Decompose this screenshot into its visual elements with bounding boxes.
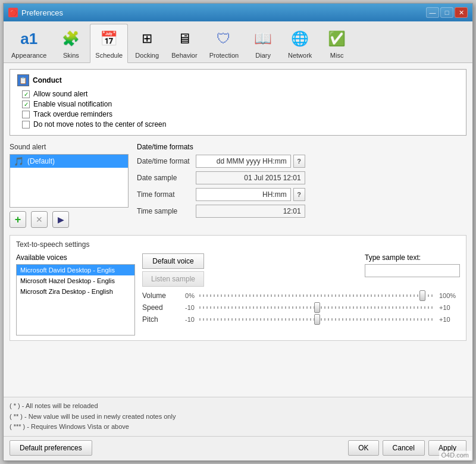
tab-misc[interactable]: ✅ Misc [319, 24, 355, 62]
music-icon: 🎵 [14, 156, 24, 166]
time-sample-input [196, 205, 305, 218]
sound-controls: + ✕ ▶ [10, 211, 129, 228]
volume-label: Volume [142, 291, 172, 300]
pitch-thumb[interactable] [314, 314, 320, 325]
sound-list[interactable]: 🎵 (Default) [10, 154, 129, 208]
pitch-max: +10 [439, 316, 460, 323]
visual-checkbox[interactable]: ✓ [22, 101, 30, 108]
voice-item-2[interactable]: Microsoft Zira Desktop - English [17, 286, 134, 297]
minimize-button[interactable]: — [426, 7, 439, 18]
checkbox-visual[interactable]: ✓ Enable visual notification [22, 100, 459, 108]
add-sound-button[interactable]: + [10, 211, 26, 228]
ok-button[interactable]: OK [348, 440, 378, 456]
checkbox-nocenter[interactable]: Do not move notes to the center of scree… [22, 120, 459, 128]
volume-max: 100% [439, 292, 460, 299]
voices-list[interactable]: Microsoft David Desktop - Englis Microso… [16, 264, 135, 336]
sample-text-section: Type sample text: [365, 253, 460, 277]
conduct-section: 📋 Conduct ✓ Allow sound alert ✓ Enable v… [10, 69, 466, 136]
tts-columns: Available voices Microsoft David Desktop… [16, 253, 460, 336]
conduct-icon: 📋 [17, 74, 29, 86]
datetime-title: Date/time formats [137, 143, 466, 151]
sample-text-input[interactable] [365, 264, 460, 277]
sound-alert-section: Sound alert 🎵 (Default) + ✕ ▶ [10, 143, 129, 228]
visual-label: Enable visual notification [33, 100, 112, 108]
volume-slider-row: Volume 0% 100% [142, 291, 460, 300]
watermark: O4D.com [439, 451, 471, 459]
preferences-window: 🔴 Preferences — □ ✕ a1 Appearance 🧩 Skin… [3, 3, 473, 461]
tts-left: Available voices Microsoft David Desktop… [16, 253, 135, 336]
appearance-label: Appearance [11, 52, 46, 59]
skins-icon: 🧩 [59, 27, 83, 51]
tab-schedule[interactable]: 📅 Schedule [90, 24, 128, 63]
cancel-button[interactable]: Cancel [383, 440, 425, 456]
network-icon: 🌐 [288, 27, 312, 51]
time-format-label: Time format [137, 190, 190, 199]
schedule-label: Schedule [95, 52, 123, 59]
date-sample-row [196, 171, 466, 184]
behavior-label: Behavior [171, 52, 197, 59]
speed-slider[interactable] [199, 306, 434, 309]
overdue-checkbox[interactable] [22, 111, 30, 118]
voice-item-1[interactable]: Microsoft Hazel Desktop - Englis [17, 275, 134, 286]
play-sound-button[interactable]: ▶ [52, 211, 69, 228]
time-format-help[interactable]: ? [293, 188, 305, 201]
listen-sample-button[interactable]: Listen sample [142, 271, 204, 287]
protection-label: Protection [209, 52, 239, 59]
pitch-slider-row: Pitch -10 +10 [142, 315, 460, 324]
footer-notes: ( * ) - All notes will be reloaded ( ** … [4, 397, 472, 436]
date-sample-label: Date sample [137, 174, 190, 182]
time-sample-row [196, 205, 466, 218]
time-format-row: ? [196, 188, 466, 201]
sound-item-default[interactable]: 🎵 (Default) [10, 155, 128, 168]
tab-diary[interactable]: 📖 Diary [245, 24, 281, 62]
pitch-slider[interactable] [199, 318, 434, 321]
time-format-input[interactable] [196, 188, 291, 201]
remove-sound-button[interactable]: ✕ [31, 211, 48, 228]
svg-text:📋: 📋 [19, 76, 27, 84]
speed-max: +10 [439, 304, 460, 311]
titlebar: 🔴 Preferences — □ ✕ [4, 4, 472, 21]
voice-item-0[interactable]: Microsoft David Desktop - Englis [17, 265, 134, 275]
tab-network[interactable]: 🌐 Network [282, 24, 318, 62]
diary-label: Diary [255, 52, 271, 59]
close-button[interactable]: ✕ [455, 7, 468, 18]
sound-alert-label: Sound alert [10, 143, 129, 151]
volume-slider[interactable] [199, 294, 434, 297]
network-label: Network [288, 52, 312, 59]
nocenter-checkbox[interactable] [22, 121, 30, 128]
default-preferences-button[interactable]: Default preferences [10, 440, 92, 456]
default-voice-button[interactable]: Default voice [142, 253, 204, 269]
tab-docking[interactable]: ⊞ Docking [129, 24, 165, 62]
footer-buttons: Default preferences OK Cancel Apply [4, 436, 472, 460]
volume-min: 0% [177, 292, 195, 299]
tab-skins[interactable]: 🧩 Skins [53, 24, 89, 62]
two-col-section: Sound alert 🎵 (Default) + ✕ ▶ Date/time … [10, 143, 466, 228]
nocenter-label: Do not move notes to the center of scree… [33, 120, 166, 128]
speed-min: -10 [177, 304, 195, 311]
titlebar-controls: — □ ✕ [426, 7, 468, 18]
checkbox-sound[interactable]: ✓ Allow sound alert [22, 90, 459, 98]
skins-label: Skins [63, 52, 79, 59]
speed-thumb[interactable] [314, 302, 320, 313]
sample-text-label: Type sample text: [365, 253, 460, 262]
datetime-format-help[interactable]: ? [293, 155, 305, 168]
misc-label: Misc [330, 52, 344, 59]
datetime-format-input[interactable] [196, 155, 291, 168]
datetime-section: Date/time formats Date/time format ? Dat… [137, 143, 466, 228]
date-sample-input [196, 171, 305, 184]
time-sample-label: Time sample [137, 207, 190, 215]
tab-behavior[interactable]: 🖥 Behavior [166, 24, 202, 62]
protection-icon: 🛡 [212, 27, 236, 51]
maximize-button[interactable]: □ [440, 7, 453, 18]
diary-icon: 📖 [251, 27, 275, 51]
volume-thumb[interactable] [419, 290, 425, 301]
sound-checkbox[interactable]: ✓ [22, 90, 30, 98]
datetime-format-label: Date/time format [137, 157, 190, 165]
main-content: 📋 Conduct ✓ Allow sound alert ✓ Enable v… [4, 63, 472, 397]
checkbox-overdue[interactable]: Track overdue reminders [22, 110, 459, 118]
tab-appearance[interactable]: a1 Appearance [6, 24, 52, 62]
tab-protection[interactable]: 🛡 Protection [204, 24, 245, 62]
speed-slider-row: Speed -10 +10 [142, 303, 460, 312]
sound-label: Allow sound alert [33, 90, 87, 98]
conduct-title: 📋 Conduct [17, 74, 459, 86]
